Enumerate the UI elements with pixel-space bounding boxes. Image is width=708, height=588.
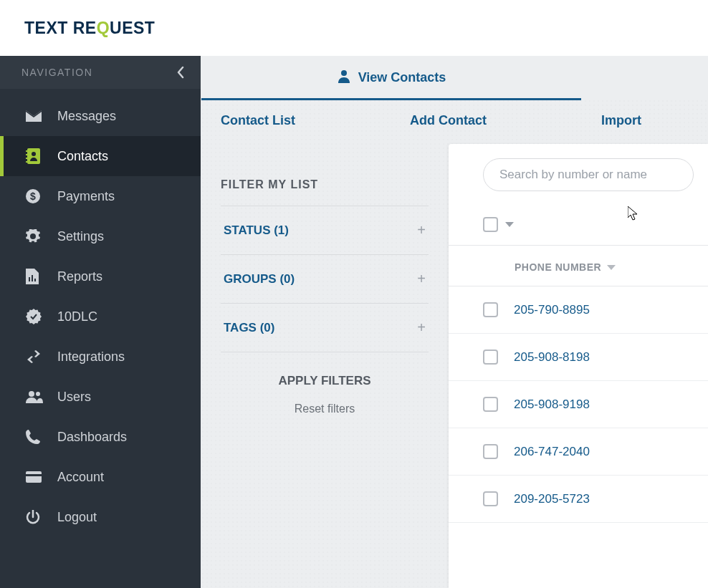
tab-import[interactable]: Import [601, 113, 641, 128]
select-all-row [449, 204, 708, 246]
badge-check-icon [26, 309, 47, 324]
contact-list-panel: PHONE NUMBER 205-790-8895205-908-8198205… [449, 144, 708, 588]
sidebar-item-reports[interactable]: Reports [0, 256, 201, 297]
svg-rect-2 [26, 154, 28, 155]
contact-phone-link[interactable]: 205-908-9198 [514, 397, 590, 412]
sidebar-item-payments[interactable]: $ Payments [0, 176, 201, 216]
sidebar-item-label: Reports [57, 269, 102, 284]
sidebar-header: NAVIGATION [0, 56, 201, 89]
svg-point-5 [32, 152, 36, 156]
filter-title: FILTER MY LIST [221, 178, 429, 191]
plus-icon: + [417, 319, 426, 336]
contact-rows: 205-790-8895205-908-8198205-908-9198206-… [449, 286, 708, 523]
users-icon [26, 390, 47, 403]
sidebar-item-settings[interactable]: Settings [0, 216, 201, 256]
address-book-icon [26, 148, 47, 164]
row-checkbox[interactable] [483, 491, 498, 506]
sidebar-item-label: 10DLC [57, 309, 97, 324]
row-checkbox[interactable] [483, 350, 498, 365]
sidebar-item-label: Users [57, 390, 91, 405]
table-row: 205-908-8198 [449, 334, 708, 381]
svg-point-15 [341, 70, 347, 76]
sidebar-item-messages[interactable]: Messages [0, 96, 201, 136]
svg-text:$: $ [30, 191, 36, 202]
svg-rect-1 [26, 150, 28, 152]
phone-icon [26, 430, 47, 444]
sidebar-item-label: Settings [57, 229, 104, 244]
view-tab-label: View Contacts [358, 70, 446, 85]
svg-rect-10 [34, 279, 36, 281]
svg-rect-14 [26, 474, 42, 476]
row-checkbox[interactable] [483, 444, 498, 459]
row-checkbox[interactable] [483, 397, 498, 412]
sidebar-item-label: Dashboards [57, 430, 127, 445]
reset-filters-button[interactable]: Reset filters [221, 403, 429, 415]
brand-q: Q [97, 19, 110, 37]
select-all-checkbox[interactable] [483, 217, 498, 232]
sidebar-item-label: Messages [57, 109, 116, 124]
brand-post: UEST [110, 19, 155, 37]
filter-panel: FILTER MY LIST STATUS (1) + GROUPS (0) +… [221, 144, 429, 588]
sidebar-item-10dlc[interactable]: 10DLC [0, 297, 201, 337]
filter-tags[interactable]: TAGS (0) + [221, 303, 429, 352]
plus-icon: + [417, 222, 426, 238]
svg-rect-8 [29, 277, 30, 281]
sidebar-item-label: Integrations [57, 350, 125, 365]
table-row: 205-790-8895 [449, 286, 708, 334]
sidebar-item-logout[interactable]: Logout [0, 497, 201, 537]
contact-phone-link[interactable]: 206-747-2040 [514, 445, 590, 459]
sidebar-item-label: Contacts [57, 149, 108, 164]
card-icon [26, 471, 47, 483]
sidebar-item-users[interactable]: Users [0, 377, 201, 417]
sidebar-item-label: Account [57, 470, 104, 485]
tab-contact-list[interactable]: Contact List [221, 113, 295, 128]
table-row: 205-908-9198 [449, 381, 708, 428]
svg-rect-13 [26, 471, 42, 483]
svg-point-11 [29, 391, 34, 397]
table-row: 206-747-2040 [449, 428, 708, 476]
sidebar-item-account[interactable]: Account [0, 457, 201, 497]
select-all-dropdown[interactable] [505, 222, 514, 227]
svg-point-12 [36, 392, 40, 396]
search-input[interactable] [483, 158, 694, 191]
sidebar-item-contacts[interactable]: Contacts [0, 136, 201, 176]
plus-icon: + [417, 271, 426, 287]
filter-status-label: STATUS (1) [224, 223, 289, 238]
tab-add-contact[interactable]: Add Contact [410, 113, 487, 128]
power-icon [26, 510, 47, 524]
svg-rect-9 [32, 275, 33, 281]
svg-rect-3 [26, 158, 28, 159]
sort-desc-icon [607, 265, 616, 270]
contact-phone-link[interactable]: 209-205-5723 [514, 492, 590, 506]
sidebar: NAVIGATION Messages Contacts $ Payments … [0, 56, 201, 588]
sidebar-item-integrations[interactable]: Integrations [0, 337, 201, 377]
app-header: TEXT REQUEST [0, 0, 708, 56]
sidebar-title: NAVIGATION [21, 67, 92, 78]
sidebar-collapse-button[interactable] [176, 66, 185, 79]
brand-logo: TEXT REQUEST [24, 19, 155, 38]
contact-phone-link[interactable]: 205-908-8198 [514, 350, 590, 365]
dollar-icon: $ [26, 189, 47, 203]
row-checkbox[interactable] [483, 302, 498, 317]
brand-pre: TEXT RE [24, 19, 97, 37]
filter-groups[interactable]: GROUPS (0) + [221, 254, 429, 303]
document-chart-icon [26, 269, 47, 284]
gear-icon [26, 229, 47, 244]
sidebar-item-label: Payments [57, 189, 115, 204]
envelope-icon [26, 110, 47, 122]
filter-groups-label: GROUPS (0) [224, 272, 295, 286]
svg-rect-4 [26, 161, 28, 163]
sidebar-item-dashboards[interactable]: Dashboards [0, 417, 201, 457]
table-row: 209-205-5723 [449, 476, 708, 523]
sidebar-nav: Messages Contacts $ Payments Settings Re… [0, 89, 201, 537]
contact-phone-link[interactable]: 205-790-8895 [514, 303, 590, 317]
search-wrap [449, 158, 708, 204]
apply-filters-button[interactable]: APPLY FILTERS [221, 374, 429, 388]
tab-view-contacts[interactable]: View Contacts [201, 56, 581, 100]
person-icon [337, 69, 351, 87]
column-header-phone[interactable]: PHONE NUMBER [449, 246, 708, 286]
sub-tabs: Contact List Add Contact Import [201, 100, 708, 144]
main-content: View Contacts Contact List Add Contact I… [201, 56, 708, 588]
filter-status[interactable]: STATUS (1) + [221, 206, 429, 254]
view-tabs: View Contacts [201, 56, 708, 100]
